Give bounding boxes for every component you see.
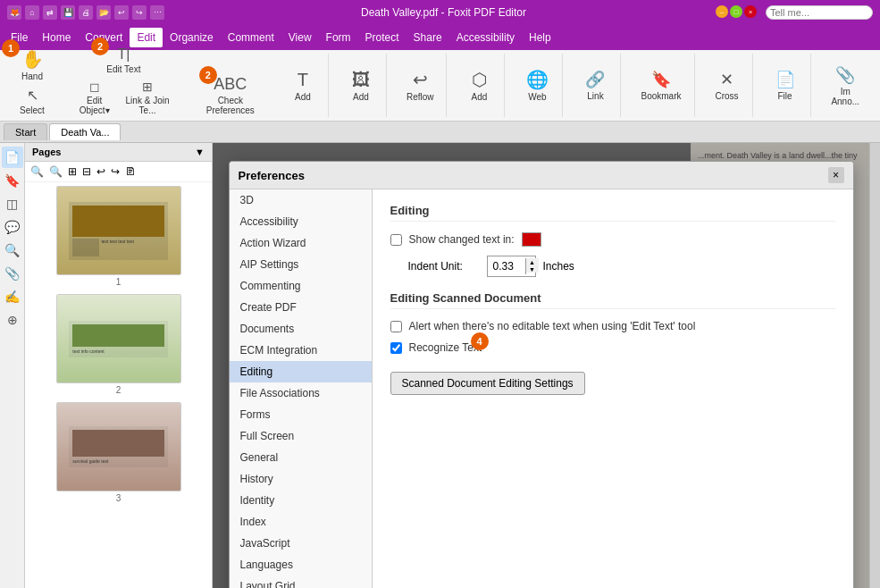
title-bar-left-icons[interactable]: 🦊 ⌂ ⇄ 💾 🖨 📂 ↩ ↪ ⋯	[7, 5, 164, 20]
page-tool-3[interactable]: ⊞	[66, 164, 79, 180]
page-tool-4[interactable]: ⊟	[80, 164, 93, 180]
minimize-button[interactable]: –	[716, 5, 728, 18]
pref-item-index[interactable]: Index	[230, 511, 372, 533]
hand-button[interactable]: ✋ Hand	[14, 46, 50, 83]
menu-comment[interactable]: Comment	[221, 28, 281, 47]
window-controls[interactable]: – □ ×	[716, 5, 873, 20]
link-join-button[interactable]: ⊞ Link & Join Te...	[119, 78, 175, 117]
changed-text-color-swatch[interactable]	[522, 232, 541, 247]
comment-tool-button[interactable]: 💬	[2, 216, 23, 238]
home-title-icon[interactable]: ⌂	[25, 5, 39, 20]
cross-button[interactable]: ✕ Cross	[709, 68, 745, 103]
scanned-settings-button[interactable]: Scanned Document Editing Settings	[390, 372, 585, 395]
menu-protect[interactable]: Protect	[358, 28, 406, 47]
ribbon-group-add-shape: ⬡ Add	[454, 54, 505, 117]
page-thumb-2[interactable]: text info content 2	[29, 294, 208, 395]
redo-title-icon[interactable]: ↪	[132, 5, 147, 20]
pref-item-general[interactable]: General	[230, 447, 372, 468]
add-shape-button[interactable]: ⬡ Add	[461, 67, 497, 104]
indent-spinner[interactable]: ▲ ▼	[525, 258, 539, 274]
indent-input-field[interactable]: ▲ ▼	[487, 256, 536, 277]
pref-item-create-pdf[interactable]: Create PDF	[230, 297, 372, 318]
stamp-tool-button[interactable]: ⊕	[2, 309, 23, 331]
open-title-icon[interactable]: 📂	[96, 5, 111, 20]
pages-collapse-icon[interactable]: ▼	[195, 147, 205, 157]
print-title-icon[interactable]: 🖨	[79, 5, 93, 20]
tab-start[interactable]: Start	[4, 123, 47, 140]
pref-item-identity[interactable]: Identity	[230, 490, 372, 511]
page-tool-2[interactable]: 🔍	[47, 164, 64, 180]
indent-value-input[interactable]	[491, 258, 525, 274]
pref-item-history[interactable]: History	[230, 468, 372, 490]
page-tool-1[interactable]: 🔍	[29, 164, 46, 180]
pref-item-full-screen[interactable]: Full Screen	[230, 425, 372, 447]
left-toolbar: 📄 🔖 ◫ 💬 🔍 📎 ✍ ⊕	[0, 143, 25, 588]
pref-item-file-associations[interactable]: File Associations	[230, 382, 372, 404]
indent-spin-down[interactable]: ▼	[526, 265, 539, 273]
pref-item-commenting[interactable]: Commenting	[230, 275, 372, 297]
recognize-text-row: Recognize Text 4	[390, 341, 835, 354]
pref-item-ecm[interactable]: ECM Integration	[230, 340, 372, 361]
page-label-2: 2	[116, 385, 122, 395]
extras-title-icon[interactable]: ⋯	[150, 5, 164, 20]
search-input[interactable]	[766, 5, 873, 20]
app-icon[interactable]: 🦊	[7, 5, 21, 20]
maximize-button[interactable]: □	[730, 5, 742, 18]
pref-item-accessibility[interactable]: Accessibility	[230, 211, 372, 232]
menu-share[interactable]: Share	[406, 28, 449, 47]
edit-object-button[interactable]: ◻ Edit Object▾	[71, 78, 117, 117]
select-button[interactable]: ↖ Select	[14, 85, 50, 117]
link-label: Link & Join Te...	[124, 96, 170, 115]
pref-item-documents[interactable]: Documents	[230, 318, 372, 340]
file-button[interactable]: 📄 File	[767, 68, 803, 103]
dialog-close-button[interactable]: ×	[828, 167, 844, 183]
tab-death-valley[interactable]: Death Va...	[49, 123, 121, 140]
recognize-text-checkbox[interactable]	[390, 342, 402, 354]
alert-checkbox[interactable]	[390, 321, 402, 332]
link-ribbon-label: Link	[587, 91, 603, 101]
web-button[interactable]: 🌐 Web	[519, 67, 555, 104]
add-img-button[interactable]: 🖼 Add	[343, 68, 379, 104]
add-text-button[interactable]: T Add	[285, 68, 321, 104]
pref-item-editing[interactable]: Editing	[230, 361, 372, 382]
show-changed-text-checkbox[interactable]	[390, 234, 402, 246]
title-bar: 🦊 ⌂ ⇄ 💾 🖨 📂 ↩ ↪ ⋯ Death Valley.pdf - Fox…	[0, 0, 880, 25]
pref-item-layout-grid[interactable]: Layout Grid	[230, 575, 372, 588]
page-thumb-3[interactable]: survival guide text 3	[29, 402, 208, 503]
reflow-button[interactable]: ↩ Reflow	[401, 67, 440, 104]
pages-tool-button[interactable]: 📄	[2, 147, 23, 168]
bookmarks-tool-button[interactable]: 🔖	[2, 170, 23, 191]
pref-item-aip[interactable]: AIP Settings	[230, 254, 372, 275]
layers-tool-button[interactable]: ◫	[2, 193, 23, 214]
anno-button[interactable]: 📎 Im Anno...	[826, 63, 867, 108]
menu-accessibility[interactable]: Accessibility	[449, 28, 522, 47]
preferences-list[interactable]: 3D Accessibility Action Wizard AIP Setti…	[230, 189, 373, 588]
link-button[interactable]: 🔗 Link	[577, 68, 613, 103]
pref-item-languages[interactable]: Languages	[230, 554, 372, 575]
menu-view[interactable]: View	[281, 28, 319, 47]
pref-item-3d[interactable]: 3D	[230, 189, 372, 211]
pref-item-javascript[interactable]: JavaScript	[230, 533, 372, 554]
convert-title-icon[interactable]: ⇄	[43, 5, 57, 20]
edit-text-label: Edit Text	[106, 64, 140, 74]
indent-spin-up[interactable]: ▲	[526, 258, 539, 265]
close-window-button[interactable]: ×	[744, 5, 757, 18]
page-tool-6[interactable]: ↪	[109, 164, 122, 180]
menu-form[interactable]: Form	[319, 28, 358, 47]
main-area: 📄 🔖 ◫ 💬 🔍 📎 ✍ ⊕ Pages ▼ 🔍 🔍 ⊞ ⊟ ↩ ↪ 🖹	[0, 143, 880, 588]
pref-item-forms[interactable]: Forms	[230, 404, 372, 425]
menu-help[interactable]: Help	[522, 28, 558, 47]
save-title-icon[interactable]: 💾	[61, 5, 75, 20]
pref-item-action-wizard[interactable]: Action Wizard	[230, 232, 372, 254]
bookmark-button[interactable]: 🔖 Bookmark	[635, 68, 686, 103]
page-tool-5[interactable]: ↩	[95, 164, 107, 180]
add-img-label: Add	[353, 92, 369, 102]
attach-tool-button[interactable]: 📎	[2, 263, 23, 284]
signature-tool-button[interactable]: ✍	[2, 286, 23, 307]
page-thumb-1[interactable]: text text text text 1	[29, 186, 208, 287]
search-tool-button[interactable]: 🔍	[2, 239, 23, 261]
add-shape-icon: ⬡	[472, 69, 487, 90]
dialog-overlay: Preferences × 3D Accessibility Action Wi…	[213, 143, 869, 588]
page-tool-7[interactable]: 🖹	[123, 164, 138, 180]
undo-title-icon[interactable]: ↩	[114, 5, 129, 20]
